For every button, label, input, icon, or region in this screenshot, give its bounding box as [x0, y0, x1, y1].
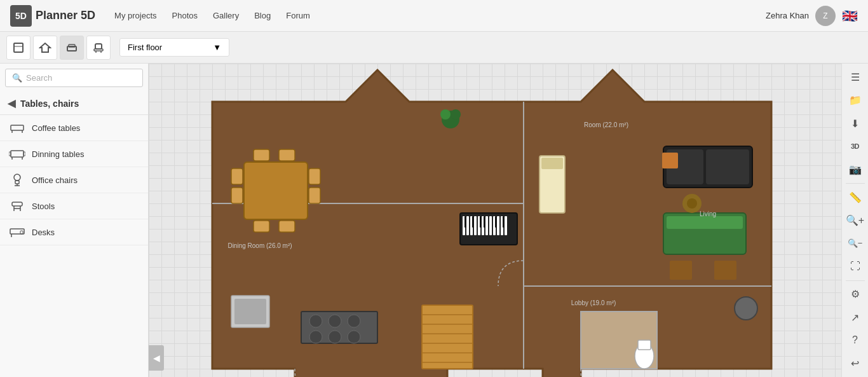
home-tool-button[interactable] [33, 36, 57, 60]
svg-point-90 [329, 315, 341, 327]
svg-point-17 [14, 174, 20, 181]
svg-text:Dining Room (26.0 m²): Dining Room (26.0 m²) [227, 242, 292, 249]
user-area: Zehra Khan Z 🇬🇧 [766, 6, 858, 26]
svg-rect-71 [662, 153, 678, 168]
sidebar-item-desks[interactable]: Desks [0, 219, 148, 245]
dropdown-arrow-icon: ▼ [213, 43, 221, 52]
canvas-area[interactable]: Dining Room (26.0 m²) [149, 64, 841, 377]
category-back-button[interactable]: ◀ Tables, chairs [0, 92, 148, 115]
files-button[interactable]: 📁 [843, 89, 867, 111]
svg-rect-0 [14, 43, 23, 52]
svg-rect-5 [95, 44, 102, 49]
svg-rect-63 [495, 216, 497, 228]
svg-rect-61 [480, 216, 482, 228]
sidebar-collapse-button[interactable]: ◀ [149, 345, 164, 371]
settings-button[interactable]: ⚙ [843, 283, 867, 305]
furniture-tool-button[interactable] [60, 36, 84, 60]
floor-selector[interactable]: First floor ▼ [119, 38, 229, 57]
nav-links: My projects Photos Gallery Blog Forum [114, 11, 747, 20]
user-avatar[interactable]: Z [815, 6, 836, 26]
logo-text: Planner 5D [36, 9, 95, 22]
svg-rect-58 [505, 216, 507, 235]
svg-rect-53 [485, 216, 488, 235]
svg-point-96 [735, 297, 757, 320]
dinning-tables-label: Dinning tables [32, 149, 84, 159]
back-arrow-icon: ◀ [8, 97, 15, 109]
floor-label: First floor [128, 43, 162, 52]
3d-view-button[interactable]: 3D [843, 135, 867, 157]
svg-rect-60 [472, 216, 474, 228]
svg-point-92 [348, 315, 360, 327]
svg-point-45 [451, 109, 461, 120]
svg-rect-98 [638, 340, 651, 350]
svg-marker-2 [40, 43, 50, 52]
category-label: Tables, chairs [20, 99, 79, 109]
measure-button[interactable]: 📏 [843, 186, 867, 208]
svg-rect-25 [10, 229, 24, 234]
flag-icon: 🇬🇧 [842, 8, 858, 24]
search-icon: 🔍 [12, 73, 22, 83]
download-button[interactable]: ⬇ [843, 113, 867, 134]
svg-text:Living: Living [700, 210, 716, 217]
svg-point-77 [687, 198, 697, 209]
nav-photos[interactable]: Photos [172, 11, 198, 20]
coffee-tables-label: Coffee tables [32, 123, 80, 133]
svg-rect-36 [309, 168, 320, 184]
top-navigation: 5D Planner 5D My projects Photos Gallery… [0, 0, 868, 32]
svg-point-91 [329, 331, 341, 343]
main-area: 🔍 Search ◀ Tables, chairs Coffee tables … [0, 64, 868, 377]
zoom-out-button[interactable]: 🔍− [843, 233, 867, 254]
back-button[interactable]: ↩ [843, 353, 867, 374]
sidebar-item-office-chairs[interactable]: Office chairs [0, 167, 148, 193]
draw-tool-button[interactable] [6, 36, 31, 60]
sidebar-item-coffee-tables[interactable]: Coffee tables [0, 115, 148, 141]
nav-forum[interactable]: Forum [286, 11, 310, 20]
svg-rect-48 [466, 216, 469, 235]
logo-icon: 5D [10, 5, 32, 27]
svg-rect-75 [714, 261, 736, 280]
svg-rect-54 [489, 216, 492, 235]
svg-point-88 [309, 315, 322, 327]
svg-rect-18 [15, 181, 19, 184]
stool-icon [9, 200, 25, 212]
svg-rect-34 [231, 168, 243, 184]
share-button[interactable]: ↗ [843, 306, 867, 328]
svg-rect-66 [541, 158, 563, 169]
svg-text:Lobby (19.0 m²): Lobby (19.0 m²) [571, 299, 616, 306]
main-toolbar: First floor ▼ [0, 32, 868, 64]
search-box[interactable]: 🔍 Search [5, 69, 143, 87]
sidebar-items-list: Coffee tables Dinning tables Office chai… [0, 115, 148, 377]
nav-my-projects[interactable]: My projects [114, 11, 156, 20]
help-button[interactable]: ? [843, 329, 867, 351]
chair-tool-button[interactable] [86, 36, 111, 60]
nav-gallery[interactable]: Gallery [213, 11, 239, 20]
svg-rect-73 [667, 216, 743, 229]
fullscreen-button[interactable]: ⛶ [843, 256, 867, 277]
logo[interactable]: 5D Planner 5D [10, 5, 95, 27]
svg-rect-21 [12, 202, 22, 206]
zoom-in-button[interactable]: 🔍+ [843, 209, 867, 231]
svg-rect-95 [234, 299, 266, 324]
svg-rect-70 [706, 149, 749, 184]
nav-blog[interactable]: Blog [254, 11, 271, 20]
toolbar-divider-2 [846, 280, 865, 281]
svg-rect-64 [503, 216, 505, 228]
svg-rect-59 [465, 216, 466, 228]
svg-rect-9 [11, 125, 24, 130]
toolbar-divider-1 [846, 183, 865, 184]
svg-rect-15 [9, 152, 11, 156]
svg-rect-62 [484, 216, 485, 228]
svg-rect-41 [279, 221, 295, 232]
search-placeholder: Search [26, 73, 52, 83]
camera-button[interactable]: 📷 [843, 159, 867, 181]
office-chair-icon [9, 174, 25, 186]
svg-rect-37 [309, 188, 320, 203]
svg-rect-12 [11, 151, 24, 157]
svg-rect-33 [244, 162, 308, 219]
floor-plan-svg: Dining Room (26.0 m²) [149, 64, 841, 377]
sidebar-item-dinning-tables[interactable]: Dinning tables [0, 141, 148, 167]
svg-rect-56 [497, 216, 499, 235]
menu-button[interactable]: ☰ [843, 66, 867, 88]
desks-label: Desks [32, 228, 55, 237]
sidebar-item-stools[interactable]: Stools [0, 193, 148, 219]
